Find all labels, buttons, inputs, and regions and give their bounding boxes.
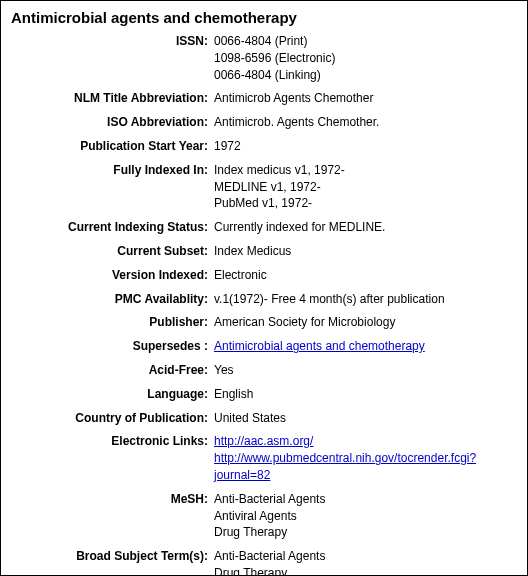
field-row: Broad Subject Term(s):Anti-Bacterial Age… <box>9 547 519 576</box>
field-row: Supersedes :Antimicrobial agents and che… <box>9 337 519 355</box>
field-label: Fully Indexed In: <box>9 161 214 179</box>
field-row: Fully Indexed In:Index medicus v1, 1972-… <box>9 161 519 212</box>
value-line: MEDLINE v1, 1972- <box>214 179 519 196</box>
field-row: Electronic Links:http://aac.asm.org/http… <box>9 432 519 483</box>
value-line: 1098-6596 (Electronic) <box>214 50 519 67</box>
value-line: 0066-4804 (Linking) <box>214 67 519 84</box>
field-row: ISO Abbreviation:Antimicrob. Agents Chem… <box>9 113 519 131</box>
field-value: Index Medicus <box>214 242 519 260</box>
field-label: Current Subset: <box>9 242 214 260</box>
field-label: Publication Start Year: <box>9 137 214 155</box>
field-row: Publication Start Year:1972 <box>9 137 519 155</box>
field-row: Country of Publication:United States <box>9 409 519 427</box>
value-line: Index medicus v1, 1972- <box>214 162 519 179</box>
value-line: Drug Therapy <box>214 565 519 576</box>
field-row: ISSN:0066-4804 (Print)1098-6596 (Electro… <box>9 32 519 83</box>
value-link[interactable]: Antimicrobial agents and chemotherapy <box>214 339 425 353</box>
value-line: Index Medicus <box>214 243 519 260</box>
field-value: English <box>214 385 519 403</box>
field-row: Acid-Free:Yes <box>9 361 519 379</box>
field-value: Anti-Bacterial AgentsDrug Therapy <box>214 547 519 576</box>
field-row: Publisher:American Society for Microbiol… <box>9 313 519 331</box>
fields-container: ISSN:0066-4804 (Print)1098-6596 (Electro… <box>9 32 519 576</box>
value-line: PubMed v1, 1972- <box>214 195 519 212</box>
value-line: Electronic <box>214 267 519 284</box>
value-line: United States <box>214 410 519 427</box>
field-label: Language: <box>9 385 214 403</box>
field-row: Language:English <box>9 385 519 403</box>
field-value: Anti-Bacterial AgentsAntiviral AgentsDru… <box>214 490 519 541</box>
field-value: v.1(1972)- Free 4 month(s) after publica… <box>214 290 519 308</box>
field-label: PMC Availablity: <box>9 290 214 308</box>
field-label: Current Indexing Status: <box>9 218 214 236</box>
value-line: American Society for Microbiology <box>214 314 519 331</box>
value-line: Antiviral Agents <box>214 508 519 525</box>
field-value: Yes <box>214 361 519 379</box>
field-label: Electronic Links: <box>9 432 214 450</box>
field-row: NLM Title Abbreviation:Antimicrob Agents… <box>9 89 519 107</box>
field-label: Publisher: <box>9 313 214 331</box>
value-line: Anti-Bacterial Agents <box>214 491 519 508</box>
record-card: Antimicrobial agents and chemotherapy IS… <box>0 0 528 576</box>
field-value: Index medicus v1, 1972-MEDLINE v1, 1972-… <box>214 161 519 212</box>
value-line: http://www.pubmedcentral.nih.gov/tocrend… <box>214 450 519 484</box>
field-value: 1972 <box>214 137 519 155</box>
record-title: Antimicrobial agents and chemotherapy <box>11 9 519 26</box>
field-label: Acid-Free: <box>9 361 214 379</box>
field-value: American Society for Microbiology <box>214 313 519 331</box>
value-line: http://aac.asm.org/ <box>214 433 519 450</box>
field-label: ISSN: <box>9 32 214 50</box>
value-line: Antimicrob Agents Chemother <box>214 90 519 107</box>
value-line: Antimicrob. Agents Chemother. <box>214 114 519 131</box>
value-line: Yes <box>214 362 519 379</box>
value-line: English <box>214 386 519 403</box>
field-value: http://aac.asm.org/http://www.pubmedcent… <box>214 432 519 483</box>
field-label: Version Indexed: <box>9 266 214 284</box>
field-value: Antimicrob. Agents Chemother. <box>214 113 519 131</box>
field-value: 0066-4804 (Print)1098-6596 (Electronic)0… <box>214 32 519 83</box>
value-line: Anti-Bacterial Agents <box>214 548 519 565</box>
value-line: 0066-4804 (Print) <box>214 33 519 50</box>
field-label: ISO Abbreviation: <box>9 113 214 131</box>
field-value: Antimicrob Agents Chemother <box>214 89 519 107</box>
field-value: Electronic <box>214 266 519 284</box>
field-label: Country of Publication: <box>9 409 214 427</box>
field-value: Currently indexed for MEDLINE. <box>214 218 519 236</box>
field-label: Broad Subject Term(s): <box>9 547 214 565</box>
field-value: Antimicrobial agents and chemotherapy <box>214 337 519 355</box>
field-row: Current Indexing Status:Currently indexe… <box>9 218 519 236</box>
field-label: Supersedes : <box>9 337 214 355</box>
field-row: Current Subset:Index Medicus <box>9 242 519 260</box>
value-line: Currently indexed for MEDLINE. <box>214 219 519 236</box>
field-row: MeSH:Anti-Bacterial AgentsAntiviral Agen… <box>9 490 519 541</box>
field-value: United States <box>214 409 519 427</box>
field-row: PMC Availablity:v.1(1972)- Free 4 month(… <box>9 290 519 308</box>
value-line: Drug Therapy <box>214 524 519 541</box>
value-link[interactable]: http://www.pubmedcentral.nih.gov/tocrend… <box>214 451 476 482</box>
value-line: 1972 <box>214 138 519 155</box>
value-line: v.1(1972)- Free 4 month(s) after publica… <box>214 291 519 308</box>
field-row: Version Indexed:Electronic <box>9 266 519 284</box>
value-line: Antimicrobial agents and chemotherapy <box>214 338 519 355</box>
field-label: MeSH: <box>9 490 214 508</box>
value-link[interactable]: http://aac.asm.org/ <box>214 434 313 448</box>
field-label: NLM Title Abbreviation: <box>9 89 214 107</box>
